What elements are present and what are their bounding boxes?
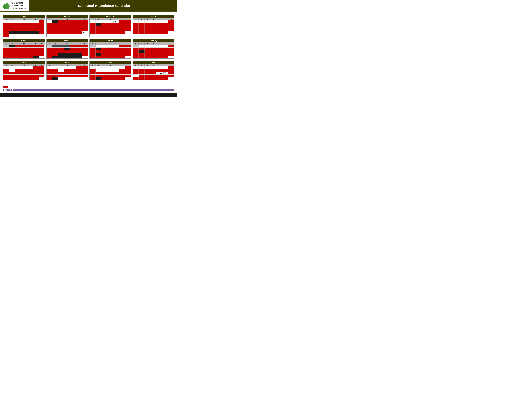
week-row bbox=[3, 28, 45, 31]
week-row bbox=[90, 53, 131, 56]
weeks-april bbox=[47, 66, 88, 80]
week-row bbox=[3, 31, 45, 34]
week-row bbox=[3, 23, 45, 26]
week-row: 15 16*•• bbox=[133, 72, 174, 75]
week-row bbox=[133, 20, 174, 23]
calendar-row-2: November SMTWTFS bbox=[3, 39, 174, 58]
day-headers-may: SMTWTFS bbox=[90, 64, 131, 66]
logo-area: Sacramento City Unified School District bbox=[0, 0, 29, 11]
week-row bbox=[133, 66, 174, 69]
week-row bbox=[47, 66, 88, 69]
day-headers-april: SMTWTFS bbox=[47, 64, 88, 66]
weeks-february bbox=[133, 45, 174, 58]
weeks-july bbox=[3, 20, 45, 37]
month-title-march: March bbox=[3, 61, 45, 64]
legend-row-purple: PURPLE bbox=[3, 88, 174, 92]
weeks-june: 15 16*•• 20 bbox=[133, 66, 174, 80]
month-title-january: January bbox=[90, 39, 131, 42]
month-june: June SMTWTFS bbox=[133, 61, 174, 80]
week-row: *••1 bbox=[90, 20, 131, 23]
week-row bbox=[90, 23, 131, 26]
week-row bbox=[3, 66, 45, 69]
week-row bbox=[47, 53, 88, 56]
month-title-december: December bbox=[47, 39, 88, 42]
week-row bbox=[133, 77, 174, 80]
month-title-july: July bbox=[3, 15, 45, 18]
week-row bbox=[3, 45, 45, 47]
weeks-september: *••1 bbox=[90, 20, 131, 34]
month-december: December SMTWTFS bbox=[47, 39, 88, 58]
month-title-february: February bbox=[133, 39, 174, 42]
weeks-october bbox=[133, 20, 174, 34]
week-row bbox=[3, 50, 45, 53]
week-row bbox=[90, 45, 131, 47]
month-may: May SMTWTFS bbox=[89, 61, 131, 80]
day-headers-november: SMTWTFS bbox=[3, 42, 45, 45]
week-row bbox=[3, 47, 45, 50]
week-row bbox=[133, 69, 174, 72]
page-title: Traditional Attendance Calendar bbox=[76, 4, 130, 8]
day-headers-december: SMTWTFS bbox=[47, 42, 88, 45]
week-row bbox=[133, 50, 174, 53]
week-row bbox=[3, 75, 45, 77]
week-row bbox=[90, 47, 131, 50]
day-headers-september: S M T W T F S bbox=[90, 18, 131, 20]
district-logo bbox=[2, 1, 11, 10]
week-row bbox=[133, 45, 174, 47]
special-badge-sep1: *••1 bbox=[114, 21, 116, 23]
legend-swatch-red bbox=[3, 86, 8, 88]
month-title-october: October bbox=[133, 15, 174, 18]
week-row bbox=[47, 28, 88, 31]
week-row bbox=[133, 31, 174, 34]
week-row bbox=[47, 72, 88, 75]
week-row bbox=[90, 72, 131, 75]
week-row bbox=[90, 66, 131, 69]
month-january: January SMTWTFS bbox=[89, 39, 131, 58]
day-headers-march: SMTWTFS bbox=[3, 64, 45, 66]
week-row bbox=[90, 75, 131, 77]
legend-area: PURPLE bbox=[0, 84, 177, 92]
month-february: February SMTWTFS bbox=[133, 39, 174, 58]
week-row bbox=[133, 56, 174, 58]
weeks-august: 31 bbox=[47, 20, 88, 34]
week-row bbox=[133, 47, 174, 50]
day-headers-february: SMTWTFS bbox=[133, 42, 174, 45]
week-row: 20 bbox=[133, 75, 174, 77]
week-row bbox=[133, 28, 174, 31]
weeks-december bbox=[47, 45, 88, 58]
week-row bbox=[47, 26, 88, 28]
weeks-november bbox=[3, 45, 45, 58]
title-area: Traditional Attendance Calendar bbox=[29, 0, 177, 11]
week-row bbox=[47, 20, 88, 23]
calendar-row-1: July S M T W T F S bbox=[3, 15, 174, 37]
month-march: March SMTWTFS bbox=[3, 61, 45, 80]
week-row bbox=[47, 69, 88, 72]
week-row bbox=[47, 47, 88, 50]
page-header: Sacramento City Unified School District … bbox=[0, 0, 177, 12]
week-row bbox=[47, 45, 88, 47]
day-headers-june: SMTWTFS bbox=[133, 64, 174, 66]
weeks-may: 1 bbox=[90, 66, 131, 80]
month-title-june: June bbox=[133, 61, 174, 64]
day-headers-july: S M T W T F S bbox=[3, 18, 45, 20]
day-headers-january: SMTWTFS bbox=[90, 42, 131, 45]
weeks-march bbox=[3, 66, 45, 80]
purple-bar bbox=[13, 89, 174, 91]
month-title-august: August bbox=[47, 15, 88, 18]
week-row bbox=[3, 26, 45, 28]
week-row bbox=[3, 34, 45, 37]
month-title-may: May bbox=[90, 61, 131, 64]
month-july: July S M T W T F S bbox=[3, 15, 45, 37]
week-row bbox=[90, 28, 131, 31]
month-october: October S M T W T F S bbox=[133, 15, 174, 37]
week-row bbox=[3, 69, 45, 72]
month-title-april: April bbox=[47, 61, 88, 64]
legend-row-red bbox=[3, 86, 174, 88]
calendar-row-3: March SMTWTFS bbox=[3, 61, 174, 80]
week-row bbox=[47, 23, 88, 26]
calendar-container: July S M T W T F S bbox=[0, 12, 177, 84]
month-september: September S M T W T F S *••1 bbox=[89, 15, 131, 37]
week-row: 31 bbox=[47, 31, 88, 34]
week-row bbox=[90, 69, 131, 72]
month-november: November SMTWTFS bbox=[3, 39, 45, 58]
